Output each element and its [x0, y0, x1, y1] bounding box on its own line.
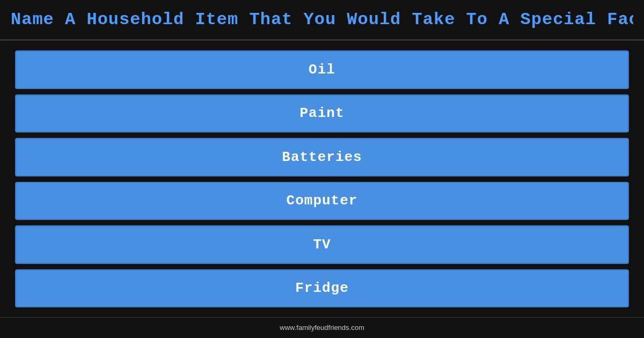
answer-row[interactable]: Computer [15, 182, 629, 221]
answer-row[interactable]: TV [15, 225, 629, 264]
answer-row[interactable]: Batteries [15, 138, 629, 177]
answer-row[interactable]: Oil [15, 50, 629, 89]
question-header: Name A Household Item That You Would Tak… [0, 0, 644, 41]
answer-label: Paint [299, 105, 344, 121]
answer-label: Batteries [282, 149, 362, 165]
footer: www.familyfeudfriends.com [0, 317, 644, 338]
question-text: Name A Household Item That You Would Tak… [11, 10, 633, 30]
answer-label: TV [313, 237, 331, 253]
answer-row[interactable]: Paint [15, 94, 629, 133]
answer-label: Fridge [295, 280, 349, 296]
answers-list: OilPaintBatteriesComputerTVFridge [0, 41, 644, 317]
answer-label: Oil [309, 62, 335, 78]
answer-row[interactable]: Fridge [15, 269, 629, 308]
footer-url: www.familyfeudfriends.com [280, 324, 364, 332]
answer-label: Computer [287, 193, 358, 209]
